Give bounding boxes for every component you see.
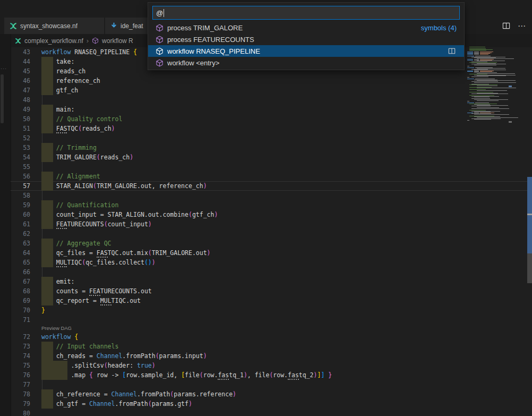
code-line[interactable]: 49 main: [11, 105, 527, 114]
code-line[interactable]: 48 [11, 95, 527, 105]
code-line[interactable]: 52 [11, 133, 527, 143]
code-line[interactable]: 71 [11, 315, 527, 325]
breadcrumb-symbol[interactable]: workflow R [102, 37, 133, 45]
line-number[interactable]: 56 [11, 172, 30, 181]
line-number[interactable]: 55 [11, 162, 30, 172]
code-line[interactable]: 51 FASTQC(reads_ch) [11, 124, 527, 133]
code-line[interactable]: 78 ch_reference = Channel.fromPath(param… [11, 389, 527, 399]
left-strip-slider[interactable] [1, 74, 4, 123]
quick-open-item[interactable]: process TRIM_GALOREsymbols (4) [148, 22, 464, 33]
line-number[interactable]: 78 [11, 389, 30, 399]
breadcrumb-file[interactable]: complex_workflow.nf [24, 37, 83, 45]
line-number[interactable]: 73 [11, 342, 30, 351]
scrollbar[interactable] [527, 47, 532, 416]
code-line[interactable]: 61 FEATURECOUNTS(count_input) [11, 219, 527, 229]
line-number[interactable]: 63 [11, 239, 30, 248]
line-number[interactable]: 76 [11, 370, 30, 380]
line-number[interactable]: 61 [11, 219, 30, 229]
scrollbar-slider[interactable] [527, 253, 532, 283]
quick-open-item[interactable]: workflow <entry> [148, 57, 464, 69]
line-number[interactable]: 67 [11, 277, 30, 286]
code-line[interactable]: 50 // Quality control [11, 114, 527, 124]
nextflow-icon [10, 22, 17, 30]
line-number[interactable]: 60 [11, 210, 30, 219]
line-number[interactable]: 64 [11, 248, 30, 258]
line-number[interactable]: 77 [11, 380, 30, 389]
code-text: workflow { [41, 332, 78, 342]
line-number[interactable]: 71 [11, 315, 30, 325]
codelens-preview-dag[interactable]: Preview DAG [41, 325, 72, 332]
line-number[interactable]: 51 [11, 124, 30, 133]
tab-syntax-showcase[interactable]: syntax_showcase.nf [4, 18, 104, 34]
quick-open-item[interactable]: workflow RNASEQ_PIPELINE [148, 45, 464, 57]
code-line[interactable]: 59 // Quantification [11, 200, 527, 210]
code-line[interactable]: 62 [11, 229, 527, 239]
line-number[interactable]: 49 [11, 105, 30, 114]
nextflow-icon [15, 38, 21, 44]
code-line[interactable]: 63 // Aggregate QC [11, 239, 527, 248]
code-line[interactable]: 80 [11, 409, 527, 416]
code-line[interactable]: 68 counts = FEATURECOUNTS.out [11, 286, 527, 296]
line-number[interactable]: 50 [11, 114, 30, 124]
line-number[interactable]: 52 [11, 133, 30, 143]
line-number[interactable]: 69 [11, 296, 30, 305]
code-line[interactable]: 56 // Alignment [11, 172, 527, 181]
code-line[interactable]: 77 [11, 380, 527, 389]
line-number[interactable]: 65 [11, 258, 30, 267]
code-text: // Quantification [41, 200, 118, 210]
line-number[interactable]: 53 [11, 143, 30, 152]
code-line[interactable]: 57 STAR_ALIGN(TRIM_GALORE.out, reference… [11, 181, 527, 191]
quick-open-input[interactable]: @ [152, 6, 460, 20]
code-line[interactable]: 72workflow { [11, 332, 527, 342]
line-number[interactable]: 59 [11, 200, 30, 210]
code-line[interactable]: 76 .map { row -> [row.sample_id, [file(r… [11, 370, 527, 380]
line-number[interactable]: 44 [11, 57, 30, 66]
indent-guide [42, 133, 42, 143]
line-number[interactable]: 45 [11, 66, 30, 76]
code-line[interactable]: 79 ch_gtf = Channel.fromPath(params.gtf) [11, 399, 527, 409]
open-to-side-icon[interactable] [448, 47, 456, 55]
line-number[interactable]: 47 [11, 86, 30, 95]
line-number[interactable]: 58 [11, 191, 30, 200]
code-line[interactable]: 55 [11, 162, 527, 172]
code-line[interactable]: 67 emit: [11, 277, 527, 286]
code-line[interactable]: 75 .splitCsv(header: true) [11, 361, 527, 370]
line-number[interactable]: 80 [11, 409, 30, 416]
symbol-cube-icon [156, 47, 164, 55]
line-number[interactable]: 66 [11, 267, 30, 277]
line-number[interactable]: 46 [11, 76, 30, 86]
code-text: .splitCsv(header: true) [41, 361, 156, 370]
code-line[interactable]: 46 reference_ch [11, 76, 527, 86]
code-line[interactable]: 74 ch_reads = Channel.fromPath(params.in… [11, 351, 527, 361]
symbols-count-badge[interactable]: symbols (4) [421, 24, 457, 32]
code-line[interactable]: 60 count_input = STAR_ALIGN.out.combine(… [11, 210, 527, 219]
line-number[interactable]: 57 [11, 181, 30, 191]
code-text: FASTQC(reads_ch) [41, 124, 115, 133]
code-line[interactable]: 66 [11, 267, 527, 277]
code-line[interactable]: 58 [11, 191, 527, 200]
code-line[interactable]: 54 TRIM_GALORE(reads_ch) [11, 152, 527, 162]
line-number[interactable]: 62 [11, 229, 30, 239]
minimap[interactable] [467, 47, 510, 142]
line-number[interactable]: 43 [11, 47, 30, 57]
code-line[interactable]: 70} [11, 305, 527, 315]
code-editor[interactable]: 43workflow RNASEQ_PIPELINE {44 take:45 r… [11, 47, 527, 416]
line-number[interactable]: 54 [11, 152, 30, 162]
code-line[interactable]: 69 qc_report = MULTIQC.out [11, 296, 527, 305]
code-line[interactable]: 73 // Input channels [11, 342, 527, 351]
line-number[interactable]: 48 [11, 95, 30, 105]
code-line[interactable]: 65 MULTIQC(qc_files.collect()) [11, 258, 527, 267]
line-number[interactable]: 70 [11, 305, 30, 315]
line-number[interactable]: 75 [11, 361, 30, 370]
overflow-dots-icon[interactable]: ··· [1, 66, 7, 71]
quick-open-item[interactable]: process FEATURECOUNTS [148, 33, 464, 45]
split-editor-icon[interactable] [502, 22, 510, 30]
more-actions-icon[interactable]: ⋯ [518, 21, 526, 31]
code-line[interactable]: 47 gtf_ch [11, 86, 527, 95]
line-number[interactable]: 72 [11, 332, 30, 342]
line-number[interactable]: 79 [11, 399, 30, 409]
code-line[interactable]: 64 qc_files = FASTQC.out.mix(TRIM_GALORE… [11, 248, 527, 258]
line-number[interactable]: 74 [11, 351, 30, 361]
code-line[interactable]: 53 // Trimming [11, 143, 527, 152]
line-number[interactable]: 68 [11, 286, 30, 296]
